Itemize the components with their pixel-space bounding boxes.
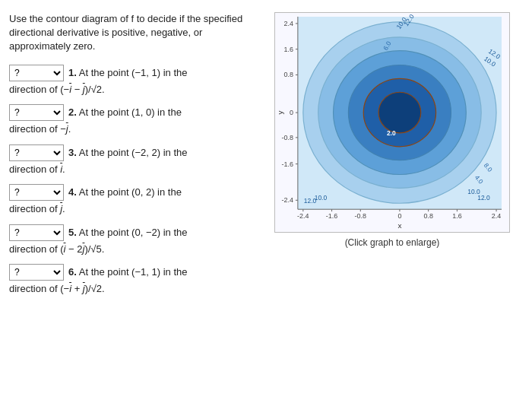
q4-direction: direction of j. xyxy=(9,202,252,217)
svg-text:1.6: 1.6 xyxy=(452,212,461,220)
q2-select[interactable]: ?positivenegativezero xyxy=(9,104,64,121)
q3-text: 3. At the point (−2, 2) in the xyxy=(68,145,187,160)
svg-text:0: 0 xyxy=(397,212,401,220)
svg-text:y: y xyxy=(276,111,284,115)
q3-direction: direction of i. xyxy=(9,162,252,177)
q2-direction: direction of −j. xyxy=(9,122,252,137)
graph-caption: (Click graph to enlarge) xyxy=(345,237,440,248)
q2-text: 2. At the point (1, 0) in the xyxy=(68,105,182,120)
q4-line: ?positivenegativezero 4. At the point (0… xyxy=(9,184,252,201)
q6-select[interactable]: ?positivenegativezero xyxy=(9,264,64,281)
q5-line: ?positivenegativezero 5. At the point (0… xyxy=(9,224,252,241)
svg-text:-0.8: -0.8 xyxy=(282,134,293,141)
question-6: ?positivenegativezero 6. At the point (−… xyxy=(9,264,252,297)
svg-text:-0.8: -0.8 xyxy=(355,212,366,220)
left-panel: Use the contour diagram of f to decide i… xyxy=(9,12,252,391)
q5-direction: direction of (i − 2j)/√5. xyxy=(9,242,252,257)
q6-text: 6. At the point (−1, 1) in the xyxy=(68,265,187,280)
svg-text:2.4: 2.4 xyxy=(492,212,501,220)
q1-text: 1. At the point (−1, 1) in the xyxy=(68,65,187,81)
q1-direction: direction of (−i − j)/√2. xyxy=(9,82,252,97)
question-5: ?positivenegativezero 5. At the point (0… xyxy=(9,224,252,257)
q3-line: ?positivenegativezero 3. At the point (−… xyxy=(9,144,252,161)
question-3: ?positivenegativezero 3. At the point (−… xyxy=(9,144,252,177)
question-1: ?positivenegativezero 1. At the point (−… xyxy=(9,65,252,97)
svg-text:x: x xyxy=(397,221,401,230)
q2-line: ?positivenegativezero 2. At the point (1… xyxy=(9,104,252,121)
svg-text:10.0: 10.0 xyxy=(315,194,328,202)
svg-text:0: 0 xyxy=(290,109,293,116)
svg-text:-2.4: -2.4 xyxy=(282,196,293,204)
q4-text: 4. At the point (0, 2) in the xyxy=(68,185,182,200)
q6-line: ?positivenegativezero 6. At the point (−… xyxy=(9,264,252,281)
q5-select[interactable]: ?positivenegativezero xyxy=(9,224,64,241)
svg-text:-1.6: -1.6 xyxy=(326,212,337,220)
question-4: ?positivenegativezero 4. At the point (0… xyxy=(9,184,252,217)
contour-graph[interactable]: 2.4 1.6 0.8 0 -0.8 -1.6 -2.4 -2.4 xyxy=(274,12,510,233)
svg-text:2.0: 2.0 xyxy=(387,129,396,137)
svg-text:1.6: 1.6 xyxy=(283,46,293,53)
contour-svg: 2.4 1.6 0.8 0 -0.8 -1.6 -2.4 -2.4 xyxy=(275,13,509,232)
q4-select[interactable]: ?positivenegativezero xyxy=(9,184,64,201)
svg-text:0.8: 0.8 xyxy=(283,71,293,78)
svg-text:2.4: 2.4 xyxy=(283,20,293,27)
q3-select[interactable]: ?positivenegativezero xyxy=(9,144,64,161)
svg-text:12.0: 12.0 xyxy=(477,194,490,202)
right-panel: 2.4 1.6 0.8 0 -0.8 -1.6 -2.4 -2.4 xyxy=(261,12,523,391)
question-2: ?positivenegativezero 2. At the point (1… xyxy=(9,104,252,137)
q1-select[interactable]: ?positivenegativezero xyxy=(9,65,64,81)
instructions: Use the contour diagram of f to decide i… xyxy=(9,12,252,54)
q6-direction: direction of (−i + j)/√2. xyxy=(9,281,252,297)
q5-text: 5. At the point (0, −2) in the xyxy=(68,225,187,240)
svg-text:-2.4: -2.4 xyxy=(297,212,309,220)
q1-line: ?positivenegativezero 1. At the point (−… xyxy=(9,65,252,81)
svg-text:-1.6: -1.6 xyxy=(282,160,293,168)
svg-text:0.8: 0.8 xyxy=(423,212,432,220)
